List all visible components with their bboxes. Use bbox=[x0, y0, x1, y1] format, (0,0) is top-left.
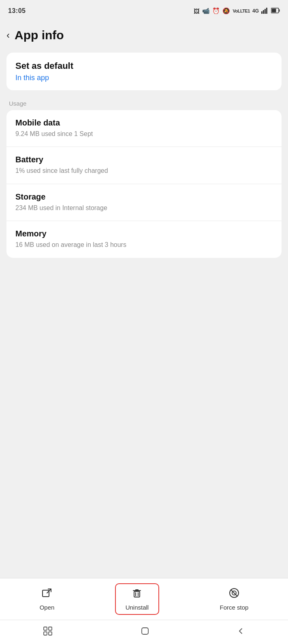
header: ‹ App info bbox=[0, 21, 288, 49]
mobile-data-desc: 9.24 MB used since 1 Sept bbox=[15, 130, 273, 138]
battery-title: Battery bbox=[15, 155, 273, 164]
usage-section-label: Usage bbox=[0, 94, 288, 110]
uninstall-label: Uninstall bbox=[126, 604, 149, 611]
force-stop-label: Force stop bbox=[220, 604, 248, 611]
battery-icon bbox=[271, 8, 280, 15]
svg-rect-0 bbox=[261, 11, 262, 14]
battery-desc: 1% used since last fully charged bbox=[15, 166, 273, 175]
svg-rect-14 bbox=[49, 627, 52, 630]
uninstall-icon bbox=[131, 587, 143, 601]
bottom-action-bar: Open Uninstall Force stop bbox=[0, 578, 288, 620]
svg-rect-1 bbox=[263, 10, 264, 14]
alarm-icon: ⏰ bbox=[212, 7, 220, 15]
force-stop-button[interactable]: Force stop bbox=[210, 584, 258, 614]
mobile-data-title: Mobile data bbox=[15, 118, 273, 128]
signal-icon bbox=[261, 7, 269, 15]
svg-rect-8 bbox=[134, 591, 140, 597]
uninstall-button[interactable]: Uninstall bbox=[116, 584, 159, 614]
memory-desc: 16 MB used on average in last 3 hours bbox=[15, 240, 273, 249]
back-button[interactable]: ‹ bbox=[6, 30, 10, 41]
open-label: Open bbox=[40, 604, 55, 611]
set-default-card[interactable]: Set as default In this app bbox=[6, 53, 282, 90]
svg-rect-2 bbox=[265, 9, 266, 14]
status-bar: 13:05 🖼 📹 ⏰ 🔕 VoLLTE1 4G bbox=[0, 0, 288, 21]
set-default-subtitle: In this app bbox=[15, 74, 273, 82]
storage-item[interactable]: Storage 234 MB used in Internal storage bbox=[6, 184, 282, 221]
status-icons: 🖼 📹 ⏰ 🔕 VoLLTE1 4G bbox=[194, 7, 280, 15]
storage-desc: 234 MB used in Internal storage bbox=[15, 204, 273, 213]
usage-card: Mobile data 9.24 MB used since 1 Sept Ba… bbox=[6, 110, 282, 258]
open-icon bbox=[41, 587, 53, 601]
mobile-data-item[interactable]: Mobile data 9.24 MB used since 1 Sept bbox=[6, 110, 282, 147]
svg-rect-6 bbox=[279, 9, 280, 12]
svg-rect-12 bbox=[44, 627, 47, 630]
nav-back-icon[interactable] bbox=[237, 627, 245, 638]
volte-label: VoLLTE1 bbox=[233, 9, 250, 13]
photo-icon: 🖼 bbox=[194, 8, 200, 15]
nav-home-icon[interactable] bbox=[140, 626, 150, 638]
set-default-title: Set as default bbox=[15, 61, 273, 71]
battery-item[interactable]: Battery 1% used since last fully charged bbox=[6, 147, 282, 184]
svg-rect-13 bbox=[44, 632, 47, 635]
nav-bar bbox=[0, 620, 288, 644]
memory-title: Memory bbox=[15, 229, 273, 238]
open-button[interactable]: Open bbox=[30, 584, 64, 614]
storage-title: Storage bbox=[15, 192, 273, 202]
svg-rect-5 bbox=[272, 9, 276, 12]
svg-rect-16 bbox=[142, 628, 148, 634]
4g-icon: 4G bbox=[252, 8, 259, 14]
force-stop-icon bbox=[228, 587, 240, 601]
nav-recents-icon[interactable] bbox=[43, 627, 54, 638]
svg-rect-7 bbox=[43, 590, 49, 597]
status-time: 13:05 bbox=[8, 7, 26, 15]
video-icon: 📹 bbox=[202, 7, 210, 15]
page-title: App info bbox=[15, 28, 64, 42]
mute-icon: 🔕 bbox=[222, 7, 230, 15]
svg-rect-15 bbox=[49, 632, 52, 635]
svg-rect-3 bbox=[266, 8, 267, 14]
memory-item[interactable]: Memory 16 MB used on average in last 3 h… bbox=[6, 221, 282, 257]
